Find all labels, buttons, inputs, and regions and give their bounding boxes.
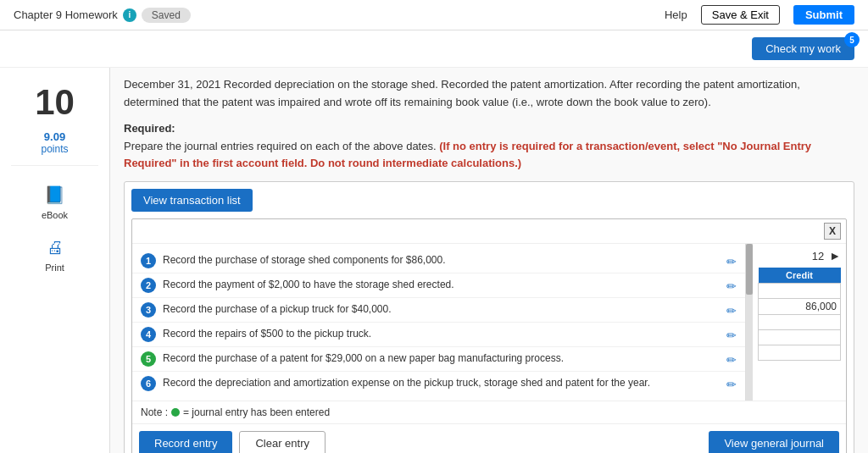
clear-entry-button[interactable]: Clear entry <box>239 431 326 453</box>
view-transaction-button[interactable]: View transaction list <box>131 189 253 212</box>
points-label: points <box>41 143 68 155</box>
transaction-item-4: 4 Record the repairs of $500 to the pick… <box>132 323 745 347</box>
problem-desc-text: Recorded depreciation on the storage she… <box>124 78 800 108</box>
check-work-badge: 5 <box>844 32 860 47</box>
print-icon: 🖨 <box>42 234 69 261</box>
transaction-item-2: 2 Record the payment of $2,000 to have t… <box>132 273 745 298</box>
txn-text-4: Record the repairs of $500 to the pickup… <box>163 327 720 341</box>
print-label: Print <box>45 262 64 273</box>
txn-edit-2[interactable]: ✏ <box>726 279 737 293</box>
txn-edit-6[interactable]: ✏ <box>726 378 737 391</box>
txn-text-1: Record the purchase of storage shed comp… <box>163 253 720 268</box>
check-work-button[interactable]: Check my work 5 <box>752 37 854 60</box>
txn-text-2: Record the payment of $2,000 to have the… <box>163 278 720 292</box>
panel-header: X <box>132 219 846 244</box>
main-layout: 10 9.09 points 📘 eBook 🖨 Print December … <box>0 68 868 453</box>
scroll-thumb[interactable] <box>746 244 753 295</box>
problem-number: 10 <box>35 85 75 120</box>
journal-page-num: 12 <box>812 250 824 262</box>
journal-credit-5[interactable] <box>759 345 841 361</box>
transaction-item-5: 5 Record the purchase of a patent for $2… <box>132 347 745 372</box>
check-work-area: Check my work 5 <box>0 30 868 68</box>
content-area: December 31, 2021 Recorded depreciation … <box>110 68 868 453</box>
top-bar-right: Help Save & Exit Submit <box>665 5 854 25</box>
journal-next-arrow[interactable]: ► <box>829 249 841 262</box>
record-entry-button[interactable]: Record entry <box>139 431 232 453</box>
check-work-label: Check my work <box>765 42 841 55</box>
journal-panel: 12 ► Credit <box>753 244 846 401</box>
txn-text-3: Record the purchase of a pickup truck fo… <box>163 302 720 317</box>
txn-num-2: 2 <box>141 278 156 293</box>
transaction-container: View transaction list X 1 Record the pur… <box>124 181 854 453</box>
scrollbar[interactable] <box>746 244 753 401</box>
problem-date: December 31, 2021 <box>124 78 220 91</box>
note-text: = journal entry has been entered <box>183 406 330 418</box>
txn-num-5: 5 <box>141 351 156 367</box>
journal-row-3 <box>759 315 841 330</box>
instruction-text: Prepare the journal entries required on … <box>124 138 854 174</box>
journal-row-4 <box>759 330 841 345</box>
journal-credit-1[interactable] <box>759 284 841 299</box>
txn-num-6: 6 <box>141 376 156 391</box>
journal-credit-4[interactable] <box>759 330 841 345</box>
ebook-button[interactable]: 📘 eBook <box>36 176 74 225</box>
txn-edit-1[interactable]: ✏ <box>726 255 737 268</box>
txn-text-5: Record the purchase of a patent for $29,… <box>163 351 720 366</box>
txn-edit-5[interactable]: ✏ <box>726 353 737 367</box>
green-dot-icon <box>171 408 180 417</box>
note-prefix: Note : <box>141 406 168 418</box>
credit-header: Credit <box>759 268 841 284</box>
journal-credit-3[interactable] <box>759 315 841 330</box>
problem-description: December 31, 2021 Recorded depreciation … <box>124 76 854 112</box>
required-label: Required: <box>124 122 854 135</box>
close-button[interactable]: X <box>824 223 841 240</box>
sidebar: 10 9.09 points 📘 eBook 🖨 Print <box>0 68 110 453</box>
chapter-title: Chapter 9 Homework <box>14 8 118 21</box>
bottom-buttons: Record entry Clear entry View general jo… <box>132 423 846 453</box>
save-exit-button[interactable]: Save & Exit <box>701 5 780 25</box>
submit-button[interactable]: Submit <box>793 5 854 25</box>
print-button[interactable]: 🖨 Print <box>36 229 74 278</box>
transaction-panel: X 1 Record the purchase of storage shed … <box>131 218 847 453</box>
sidebar-divider <box>11 165 98 166</box>
txn-num-1: 1 <box>141 253 156 268</box>
transaction-item-1: 1 Record the purchase of storage shed co… <box>132 249 745 273</box>
transactions-list: 1 Record the purchase of storage shed co… <box>132 244 746 401</box>
view-general-journal-button[interactable]: View general journal <box>709 431 839 453</box>
journal-row-5 <box>759 345 841 361</box>
top-bar: Chapter 9 Homework i Saved Help Save & E… <box>0 0 868 30</box>
instruction-main: Prepare the journal entries required on … <box>124 140 437 152</box>
points-value: 9.09 <box>44 130 65 143</box>
saved-badge: Saved <box>142 8 191 23</box>
top-bar-left: Chapter 9 Homework i Saved <box>14 8 191 23</box>
journal-row-1 <box>759 284 841 299</box>
txn-text-6: Record the depreciation and amortization… <box>163 376 720 390</box>
ebook-icon: 📘 <box>42 181 69 208</box>
transaction-item-3: 3 Record the purchase of a pickup truck … <box>132 298 745 323</box>
transaction-item-6: 6 Record the depreciation and amortizati… <box>132 372 745 395</box>
help-link[interactable]: Help <box>665 8 687 21</box>
panel-body: 1 Record the purchase of storage shed co… <box>132 244 846 401</box>
txn-edit-4[interactable]: ✏ <box>726 329 737 342</box>
txn-edit-3[interactable]: ✏ <box>726 304 737 318</box>
note-row: Note : = journal entry has been entered <box>132 401 846 423</box>
journal-row-2: 86,000 <box>759 299 841 315</box>
txn-num-4: 4 <box>141 327 156 342</box>
ebook-label: eBook <box>42 210 68 220</box>
journal-table: Credit 86,000 <box>758 268 841 361</box>
txn-num-3: 3 <box>141 302 156 318</box>
journal-nav: 12 ► <box>758 249 841 262</box>
info-icon[interactable]: i <box>123 8 136 22</box>
journal-credit-2[interactable]: 86,000 <box>759 299 841 315</box>
